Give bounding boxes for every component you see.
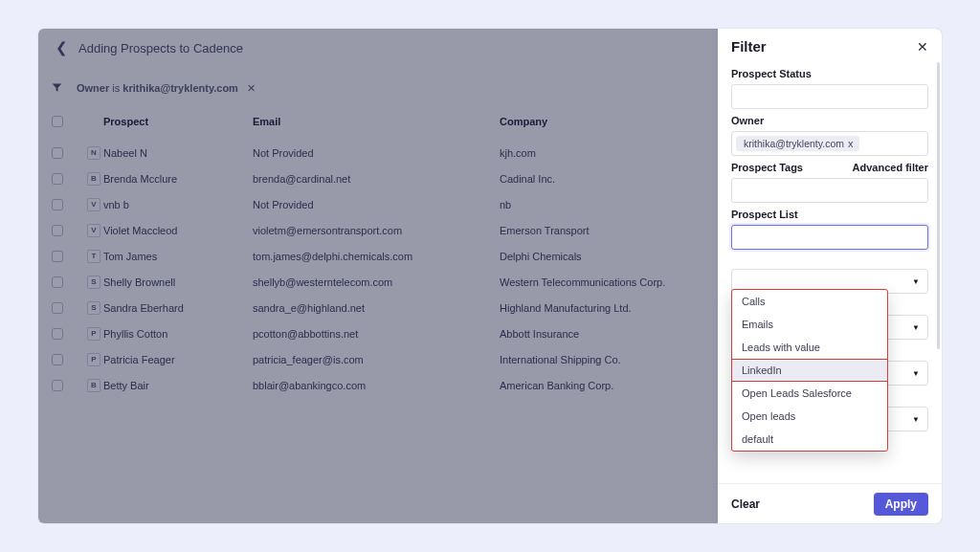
- chevron-down-icon: ▼: [912, 323, 920, 332]
- clear-button[interactable]: Clear: [731, 497, 760, 511]
- prospect-list-dropdown: CallsEmailsLeads with valueLinkedInOpen …: [731, 289, 888, 452]
- filter-title: Filter: [731, 38, 767, 55]
- prospect-tags-input[interactable]: [731, 178, 928, 203]
- dropdown-option[interactable]: Calls: [732, 290, 887, 313]
- owner-input[interactable]: krithika@tryklenty.com x: [731, 131, 928, 156]
- advanced-filter-link[interactable]: Advanced filter: [853, 162, 928, 173]
- label-owner: Owner: [731, 115, 928, 126]
- owner-chip[interactable]: krithika@tryklenty.com x: [736, 136, 859, 151]
- dropdown-option[interactable]: default: [732, 428, 887, 451]
- chevron-down-icon: ▼: [912, 415, 920, 424]
- filter-panel-body: Prospect Status Owner krithika@tryklenty…: [718, 62, 942, 483]
- owner-chip-remove-icon[interactable]: x: [848, 138, 854, 149]
- dropdown-option[interactable]: Open Leads Salesforce: [732, 382, 887, 405]
- dropdown-option[interactable]: Open leads: [732, 405, 887, 428]
- dropdown-option[interactable]: LinkedIn: [732, 359, 887, 382]
- scrollbar-thumb[interactable]: [937, 62, 940, 349]
- close-icon[interactable]: ✕: [917, 40, 928, 54]
- prospect-status-input[interactable]: [731, 84, 928, 109]
- owner-chip-text: krithika@tryklenty.com: [744, 138, 844, 149]
- dropdown-option[interactable]: Emails: [732, 313, 887, 336]
- dropdown-option[interactable]: Leads with value: [732, 336, 887, 359]
- label-prospect-list: Prospect List: [731, 209, 928, 220]
- chevron-down-icon: ▼: [912, 369, 920, 378]
- label-prospect-tags: Prospect Tags: [731, 162, 803, 173]
- filter-panel-header: Filter ✕: [718, 29, 942, 62]
- prospect-list-input[interactable]: [731, 225, 928, 250]
- filter-panel: Filter ✕ Prospect Status Owner krithika@…: [718, 29, 942, 523]
- app-window: ❮ Adding Prospects to Cadence Owner is k…: [38, 29, 942, 523]
- chevron-down-icon: ▼: [912, 277, 920, 286]
- label-prospect-status: Prospect Status: [731, 68, 928, 79]
- filter-panel-footer: Clear Apply: [718, 483, 942, 523]
- apply-button[interactable]: Apply: [874, 493, 928, 516]
